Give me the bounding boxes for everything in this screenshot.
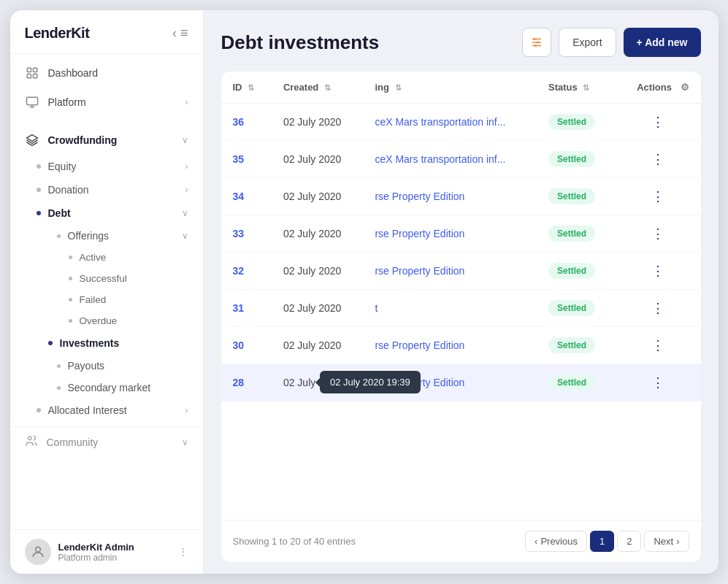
export-button[interactable]: Export	[559, 28, 616, 57]
svg-rect-1	[33, 68, 37, 72]
th-actions: Actions ⚙	[616, 72, 700, 104]
offering-link[interactable]: rse Property Edition	[375, 377, 464, 388]
sidebar-item-community[interactable]: Community ∨	[10, 426, 203, 457]
sidebar-item-platform[interactable]: Platform ›	[10, 88, 203, 117]
id-sort-icon: ⇅	[248, 83, 254, 92]
crowdfunding-arrow: ∨	[182, 135, 188, 145]
svg-marker-7	[26, 135, 37, 142]
sidebar-item-debt[interactable]: Debt ∨	[10, 201, 203, 225]
sidebar-item-secondary-market[interactable]: Secondary market	[10, 377, 203, 399]
page-2-button[interactable]: 2	[617, 531, 641, 552]
prev-label: Previous	[540, 536, 578, 547]
created-sort-icon: ⇅	[324, 83, 331, 92]
table-row: 3602 July 2020ceX Mars transportation in…	[221, 104, 701, 141]
sidebar-item-donation[interactable]: Donation ›	[10, 178, 203, 201]
th-id[interactable]: ID ⇅	[221, 72, 272, 104]
equity-arrow: ›	[185, 161, 188, 172]
community-label: Community	[47, 437, 99, 448]
row-actions-button[interactable]: ⋮	[645, 112, 670, 132]
row-id-link[interactable]: 36	[233, 116, 245, 128]
sidebar-toggle[interactable]: ‹ ≡	[172, 26, 188, 41]
sidebar-item-failed[interactable]: Failed	[10, 289, 203, 310]
sidebar-item-payouts[interactable]: Payouts	[10, 355, 203, 377]
allocated-interest-arrow: ›	[185, 405, 188, 415]
row-id-link[interactable]: 33	[233, 228, 245, 239]
next-page-button[interactable]: Next ›	[644, 531, 689, 552]
row-offering-cell: rse Property Edition	[363, 253, 537, 290]
prev-icon: ‹	[534, 536, 537, 547]
sidebar-item-crowdfunding[interactable]: Crowdfunding ∨	[10, 126, 203, 155]
offering-link[interactable]: rse Property Edition	[375, 228, 464, 239]
debt-dot	[37, 211, 41, 215]
th-offering[interactable]: ing ⇅	[363, 72, 537, 104]
table-row: 3202 July 2020rse Property EditionSettle…	[221, 253, 701, 290]
row-actions-button[interactable]: ⋮	[645, 335, 670, 356]
row-actions-button[interactable]: ⋮	[645, 298, 670, 318]
sidebar-item-dashboard[interactable]: Dashboard	[10, 58, 203, 88]
add-new-button[interactable]: + Add new	[624, 28, 701, 57]
row-actions-button[interactable]: ⋮	[645, 372, 670, 393]
sidebar-item-active[interactable]: Active	[10, 247, 203, 268]
row-offering-cell: ceX Mars transportation inf...	[363, 104, 537, 141]
th-created[interactable]: Created ⇅	[272, 72, 363, 104]
allocated-interest-dot	[37, 408, 41, 412]
community-arrow: ∨	[182, 437, 188, 447]
sidebar-item-successful[interactable]: Successful	[10, 268, 203, 289]
user-info: LenderKit Admin Platform admin	[58, 542, 178, 563]
sidebar-item-equity[interactable]: Equity ›	[10, 155, 203, 178]
sidebar-item-overdue[interactable]: Overdue	[10, 310, 203, 331]
debt-label: Debt	[48, 207, 71, 219]
row-id-link[interactable]: 35	[233, 153, 245, 165]
page-2-label: 2	[627, 536, 632, 547]
row-id-link[interactable]: 34	[233, 191, 245, 202]
row-status-cell: Settled	[537, 327, 616, 364]
offering-link[interactable]: rse Property Edition	[375, 191, 464, 202]
sidebar-item-investments[interactable]: Investments	[10, 331, 203, 355]
failed-dot	[69, 298, 72, 301]
allocated-interest-label: Allocated Interest	[48, 404, 127, 416]
app-container: LenderKit ‹ ≡ Dashboard	[10, 10, 719, 574]
svg-rect-0	[27, 68, 31, 72]
svg-point-14	[537, 42, 539, 44]
dashboard-label: Dashboard	[48, 67, 188, 79]
filter-button[interactable]	[522, 28, 551, 57]
offering-link[interactable]: rse Property Edition	[375, 339, 464, 351]
row-actions-button[interactable]: ⋮	[645, 186, 670, 207]
app-logo: LenderKit	[25, 25, 90, 42]
row-created-cell: 02 July 2020	[272, 290, 363, 327]
row-actions-button[interactable]: ⋮	[645, 149, 670, 169]
offering-link[interactable]: ceX Mars transportation inf...	[375, 116, 505, 128]
row-actions-button[interactable]: ⋮	[645, 261, 670, 281]
row-created-cell: 02 July 2020	[272, 327, 363, 364]
community-icon	[25, 434, 38, 450]
row-id-link[interactable]: 31	[233, 302, 245, 314]
row-actions-cell: ⋮	[616, 141, 700, 178]
row-actions-cell: ⋮	[616, 327, 700, 364]
page-1-label: 1	[599, 536, 605, 547]
offering-link[interactable]: rse Property Edition	[375, 265, 464, 277]
prev-page-button[interactable]: ‹ Previous	[525, 531, 587, 552]
row-created-cell: 02 July 2020	[272, 141, 363, 178]
row-status-cell: Settled	[537, 253, 616, 290]
offering-link[interactable]: t	[375, 302, 378, 314]
row-id-cell: 31	[221, 290, 272, 327]
donation-dot	[37, 188, 41, 192]
row-id-cell: 28	[221, 364, 272, 402]
gear-icon[interactable]: ⚙	[681, 82, 689, 93]
row-status-cell: Settled	[537, 141, 616, 178]
row-id-link[interactable]: 28	[233, 377, 245, 388]
offering-link[interactable]: ceX Mars transportation inf...	[375, 153, 505, 165]
sidebar-item-allocated-interest[interactable]: Allocated Interest ›	[10, 399, 203, 422]
row-id-link[interactable]: 32	[233, 265, 245, 277]
row-actions-button[interactable]: ⋮	[645, 223, 670, 244]
equity-dot	[37, 164, 41, 169]
page-1-button[interactable]: 1	[590, 531, 614, 552]
dashboard-icon	[25, 66, 39, 80]
row-id-link[interactable]: 30	[233, 339, 245, 351]
th-status[interactable]: Status ⇅	[537, 72, 616, 104]
user-more-button[interactable]: ⋮	[178, 546, 188, 558]
row-status-cell: Settled	[537, 364, 616, 402]
main-content: Debt investments Export + Add new	[204, 10, 719, 574]
sidebar-item-offerings[interactable]: Offerings ∨	[10, 225, 203, 247]
platform-label: Platform	[48, 96, 185, 108]
